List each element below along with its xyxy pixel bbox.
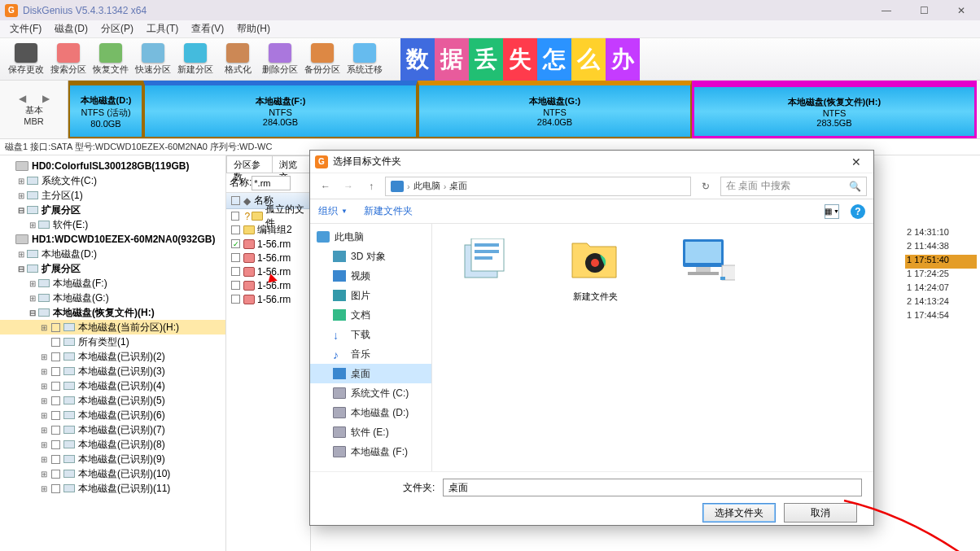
select-folder-button[interactable]: 选择文件夹 xyxy=(702,503,776,523)
nav-item[interactable]: 3D 对象 xyxy=(310,247,431,266)
tree-row[interactable]: ⊞本地磁盘(已识别)(5) xyxy=(0,393,225,408)
toolbar-button[interactable]: 新建分区 xyxy=(174,39,217,80)
tree-row[interactable]: ⊞本地磁盘(已识别)(11) xyxy=(0,481,225,496)
tree-row[interactable]: ⊞本地磁盘(当前分区)(H:) xyxy=(0,320,225,335)
file-row[interactable]: 1-56.rm xyxy=(226,278,310,292)
tree-row[interactable]: ⊟扩展分区 xyxy=(0,261,225,276)
partition-block[interactable]: 本地磁盘(D:)NTFS (活动)80.0GB xyxy=(68,81,143,138)
tree-row[interactable]: ⊞本地磁盘(已识别)(9) xyxy=(0,452,225,466)
file-checkbox[interactable] xyxy=(231,253,240,262)
cancel-button[interactable]: 取消 xyxy=(784,503,857,523)
tab-partition-params[interactable]: 分区参数 xyxy=(226,155,273,173)
nav-item[interactable]: 本地磁盘 (F:) xyxy=(310,442,431,461)
nav-forward-button[interactable]: → xyxy=(339,177,357,195)
prev-disk-button[interactable]: ◀ xyxy=(19,93,26,104)
file-checkbox[interactable] xyxy=(231,267,240,276)
tree-row[interactable]: ⊞软件(E:) xyxy=(0,217,225,232)
help-button[interactable]: ? xyxy=(851,204,865,219)
menu-item[interactable]: 文件(F) xyxy=(3,20,48,37)
nav-item[interactable]: 本地磁盘 (D:) xyxy=(310,403,431,422)
search-input[interactable]: 在 桌面 中搜索 🔍 xyxy=(720,177,867,196)
next-disk-button[interactable]: ▶ xyxy=(42,93,50,104)
nav-up-button[interactable]: ↑ xyxy=(362,177,380,195)
file-row[interactable]: ✓1-56.rm xyxy=(226,237,310,251)
view-options-button[interactable]: ▦▼ xyxy=(825,204,839,219)
organize-menu[interactable]: 组织▼ xyxy=(318,204,348,218)
file-checkbox[interactable]: ✓ xyxy=(231,239,240,248)
tree-row[interactable]: ⊞主分区(1) xyxy=(0,188,225,203)
menu-item[interactable]: 查看(V) xyxy=(185,20,230,37)
tree-checkbox[interactable] xyxy=(51,411,60,420)
tree-row[interactable]: ⊞本地磁盘(D:) xyxy=(0,247,225,261)
tree-row[interactable]: ⊟扩展分区 xyxy=(0,203,225,217)
tree-checkbox[interactable] xyxy=(51,352,60,361)
tree-checkbox[interactable] xyxy=(51,323,60,332)
tree-checkbox[interactable] xyxy=(51,484,60,493)
file-row[interactable]: 1-56.rm xyxy=(226,251,310,265)
nav-item[interactable]: 系统文件 (C:) xyxy=(310,383,431,403)
tree-row[interactable]: ⊞本地磁盘(已识别)(6) xyxy=(0,408,225,422)
toolbar-button[interactable]: 删除分区 xyxy=(259,39,301,80)
tree-row[interactable]: 所有类型(1) xyxy=(0,335,225,349)
file-checkbox[interactable] xyxy=(231,212,239,221)
thumb-pc[interactable] xyxy=(665,235,746,291)
partition-block[interactable]: 本地磁盘(恢复文件)(H:)NTFS283.5GB xyxy=(692,81,977,138)
toolbar-button[interactable]: 恢复文件 xyxy=(90,39,132,80)
tree-row[interactable]: ⊞本地磁盘(G:) xyxy=(0,291,225,305)
tree-checkbox[interactable] xyxy=(51,338,60,347)
breadcrumb[interactable]: › 此电脑 › 桌面 xyxy=(385,177,691,196)
folder-input[interactable] xyxy=(443,479,862,496)
toolbar-button[interactable]: 格式化 xyxy=(217,39,259,80)
tree-row[interactable]: ⊞本地磁盘(已识别)(7) xyxy=(0,422,225,437)
toolbar-button[interactable]: 系统迁移 xyxy=(343,39,386,80)
tree-checkbox[interactable] xyxy=(51,470,60,479)
refresh-button[interactable]: ↻ xyxy=(696,177,715,195)
nav-item[interactable]: ♪音乐 xyxy=(310,344,431,364)
nav-item[interactable]: 视频 xyxy=(310,266,431,286)
file-row[interactable]: 1-56.rm xyxy=(226,292,310,306)
tree-checkbox[interactable] xyxy=(51,426,60,435)
nav-item[interactable]: 文档 xyxy=(310,305,431,325)
file-row[interactable]: ?孤立的文件 xyxy=(226,209,310,223)
menu-item[interactable]: 帮助(H) xyxy=(230,20,277,37)
select-all-checkbox[interactable] xyxy=(231,196,240,205)
close-button[interactable]: ✕ xyxy=(943,0,980,20)
tree-row[interactable]: HD0:ColorfulSL300128GB(119GB) xyxy=(0,159,225,173)
thumb-folder[interactable]: 新建文件夹 xyxy=(554,235,636,303)
tree-row[interactable]: ⊞本地磁盘(已识别)(3) xyxy=(0,364,225,378)
toolbar-button[interactable]: 快速分区 xyxy=(132,39,174,80)
dialog-file-view[interactable]: 新建文件夹 xyxy=(432,224,873,471)
partition-block[interactable]: 本地磁盘(F:)NTFS284.0GB xyxy=(143,81,418,138)
dialog-nav-tree[interactable]: 此电脑3D 对象视频图片文档↓下载♪音乐桌面系统文件 (C:)本地磁盘 (D:)… xyxy=(310,224,432,471)
tree-row[interactable]: ⊞本地磁盘(已识别)(2) xyxy=(0,349,225,364)
tree-row[interactable]: ⊞本地磁盘(F:) xyxy=(0,276,225,291)
file-checkbox[interactable] xyxy=(231,295,240,304)
file-row[interactable]: 1-56.rm xyxy=(226,265,310,278)
tree-checkbox[interactable] xyxy=(51,382,60,391)
dialog-close-button[interactable]: ✕ xyxy=(839,151,873,173)
nav-item[interactable]: 图片 xyxy=(310,286,431,305)
toolbar-button[interactable]: 备份分区 xyxy=(301,39,343,80)
nav-item[interactable]: ↓下载 xyxy=(310,325,431,344)
partition-block[interactable]: 本地磁盘(G:)NTFS284.0GB xyxy=(418,81,692,138)
tree-row[interactable]: ⊞本地磁盘(已识别)(8) xyxy=(0,437,225,452)
maximize-button[interactable]: ☐ xyxy=(905,0,943,20)
toolbar-button[interactable]: 搜索分区 xyxy=(47,39,90,80)
nav-item[interactable]: 软件 (E:) xyxy=(310,422,431,442)
tree-row[interactable]: HD1:WDCWD10EZEX-60M2NA0(932GB) xyxy=(0,232,225,247)
menu-item[interactable]: 磁盘(D) xyxy=(48,20,94,37)
new-folder-button[interactable]: 新建文件夹 xyxy=(364,204,413,218)
tab-browse-files[interactable]: 浏览文 xyxy=(273,155,310,173)
tree-row[interactable]: ⊞本地磁盘(已识别)(4) xyxy=(0,378,225,393)
tree-checkbox[interactable] xyxy=(51,440,60,449)
tree-row[interactable]: ⊞系统文件(C:) xyxy=(0,173,225,188)
tree-checkbox[interactable] xyxy=(51,367,60,376)
nav-item[interactable]: 此电脑 xyxy=(310,227,431,247)
file-checkbox[interactable] xyxy=(231,281,240,290)
file-checkbox[interactable] xyxy=(231,225,240,234)
name-filter-input[interactable] xyxy=(252,176,291,190)
disk-tree[interactable]: HD0:ColorfulSL300128GB(119GB)⊞系统文件(C:)⊞主… xyxy=(0,155,226,551)
minimize-button[interactable]: — xyxy=(868,0,905,20)
toolbar-button[interactable]: 保存更改 xyxy=(5,39,47,80)
thumb-item[interactable] xyxy=(444,235,525,291)
